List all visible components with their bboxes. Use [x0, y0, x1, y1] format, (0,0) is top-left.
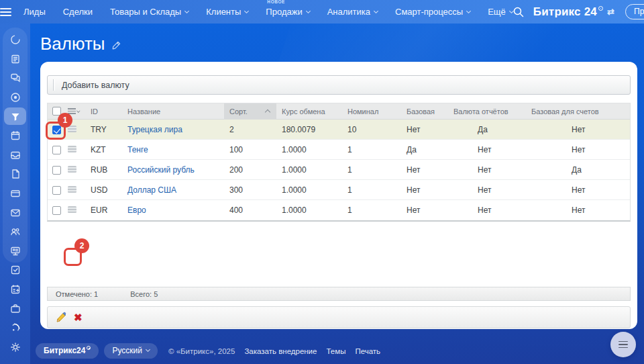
currency-link-KZT[interactable]: Тенге: [127, 145, 148, 154]
sidebar-item-crm[interactable]: [0, 107, 30, 126]
cell-id: TRY: [85, 125, 122, 134]
row-checkbox-EUR[interactable]: [52, 206, 61, 215]
currency-link-RUB[interactable]: Российский рубль: [127, 165, 195, 175]
chevron-down-icon: [184, 8, 189, 13]
row-checkbox-cell: [48, 124, 65, 134]
topbar-button-1[interactable]: Пригласить: [625, 4, 644, 19]
admin-toolbar: Добавить валюту: [47, 75, 631, 95]
nav-item-label: Сделки: [63, 7, 93, 17]
sidebar-item-automation[interactable]: [0, 280, 30, 300]
news-icon: [9, 53, 21, 65]
sidebar-item-payments[interactable]: [0, 184, 30, 203]
footer-link-1[interactable]: Заказать внедрение: [244, 347, 317, 355]
nav-item-6[interactable]: Аналитика: [327, 7, 378, 17]
drag-handle-icon[interactable]: [68, 186, 76, 193]
column-header-nom[interactable]: Номинал: [342, 107, 401, 116]
sidebar-item-inbox[interactable]: [0, 146, 30, 165]
sidebar-item-settings[interactable]: [0, 338, 30, 357]
column-settings-icon[interactable]: [68, 108, 80, 114]
column-header-label: Базовая для счетов: [531, 107, 599, 116]
column-header-label: Базовая: [407, 107, 435, 116]
sidebar-item-video-calls[interactable]: [0, 88, 30, 107]
currency-table-body: TRYТурецкая лира2180.007910НетДаНетKZTТе…: [48, 120, 630, 220]
select-all-checkbox[interactable]: [52, 107, 61, 116]
bitrix24-logo[interactable]: Битрикс 24 ⇄: [533, 5, 614, 19]
sidebar-item-news[interactable]: [0, 50, 30, 69]
top-nav: ЛидыСделкиТовары и СкладыКлиентыНОВОЕПро…: [23, 7, 513, 17]
cell-base: Нет: [401, 185, 448, 195]
delete-x-icon[interactable]: ✖: [74, 312, 83, 322]
currency-link-EUR[interactable]: Евро: [127, 206, 146, 215]
column-header-id[interactable]: ID: [85, 107, 122, 116]
left-sidebar: [0, 24, 30, 364]
tasks-icon: [9, 264, 21, 276]
settings-gear-icon: [9, 341, 21, 353]
page-footer: Битрикс24 Русский © «Битрикс», 2025 Зака…: [30, 338, 644, 364]
cell-name: Тенге: [122, 145, 224, 154]
title-edit-pencil-icon[interactable]: [111, 40, 121, 50]
automation-icon: [9, 283, 21, 295]
sidebar-item-calendar[interactable]: [0, 126, 30, 146]
column-header-base[interactable]: Базовая: [401, 107, 448, 116]
row-checkbox-RUB[interactable]: [52, 166, 61, 175]
column-header-rep[interactable]: Валюта отчётов: [448, 107, 526, 116]
count-bar: Отмечено: 1 Всего: 5: [47, 287, 631, 301]
sidebar-item-live-feed[interactable]: [0, 30, 30, 50]
footer-brand-pill[interactable]: Битрикс24: [36, 343, 99, 359]
cell-base: Нет: [401, 125, 448, 134]
drag-handle-icon[interactable]: [68, 126, 76, 132]
hamburger-menu-icon[interactable]: [0, 0, 11, 24]
sidebar-item-sites[interactable]: [0, 318, 30, 338]
sidebar-item-meetings[interactable]: [0, 242, 30, 261]
language-selector[interactable]: Русский: [104, 343, 158, 359]
table-row-TRY: TRYТурецкая лира2180.007910НетДаНет: [48, 120, 630, 140]
footer-link-3[interactable]: Печать: [355, 347, 380, 355]
search-icon[interactable]: [513, 7, 524, 17]
currency-link-USD[interactable]: Доллар США: [127, 185, 176, 195]
chevron-down-icon: [244, 8, 249, 13]
nav-item-3[interactable]: Товары и Склады: [110, 7, 189, 17]
edit-pencil-icon[interactable]: [56, 312, 67, 323]
row-checkbox-USD[interactable]: [52, 186, 61, 195]
nav-item-7[interactable]: Смарт-процессы: [395, 7, 470, 17]
column-header-rate[interactable]: Курс обмена: [276, 107, 342, 116]
footer-link-2[interactable]: Темы: [326, 347, 345, 355]
column-header-sort[interactable]: Сорт.: [224, 103, 276, 120]
calendar-icon: [9, 130, 21, 142]
row-checkbox-cell: [48, 144, 65, 154]
video-calls-icon: [9, 91, 21, 103]
column-header-inv[interactable]: Базовая для счетов: [526, 107, 630, 116]
sidebar-item-messenger[interactable]: [0, 69, 30, 88]
logo-text: Битрикс 24: [533, 5, 597, 19]
column-header-name[interactable]: Название: [122, 107, 224, 116]
nav-item-4[interactable]: Клиенты: [206, 7, 248, 17]
nav-item-2[interactable]: Сделки: [63, 7, 93, 17]
nav-item-label: Ещё: [488, 7, 506, 17]
logo-switch-icon[interactable]: ⇄: [607, 7, 614, 17]
employees-icon: [9, 226, 21, 238]
documents-icon: [9, 168, 21, 180]
sidebar-item-market[interactable]: [0, 299, 30, 318]
cell-inv: Нет: [526, 125, 630, 134]
sidebar-item-employees[interactable]: [0, 222, 30, 242]
row-checkbox-KZT[interactable]: [52, 146, 61, 154]
cell-rate: 1.0000: [276, 206, 342, 215]
drag-handle-icon[interactable]: [68, 166, 76, 173]
cell-rate: 1.0000: [276, 185, 342, 195]
cell-inv: Да: [526, 165, 630, 175]
add-currency-button[interactable]: Добавить валюту: [55, 81, 136, 90]
nav-item-8[interactable]: Ещё: [488, 7, 513, 17]
row-checkbox-TRY[interactable]: [52, 126, 61, 134]
column-header-label: Название: [127, 107, 160, 116]
quick-menu-button[interactable]: [610, 332, 636, 357]
nav-item-1[interactable]: Лиды: [23, 7, 46, 17]
drag-handle-icon[interactable]: [68, 206, 76, 213]
currency-link-TRY[interactable]: Турецкая лира: [127, 125, 182, 134]
nav-item-5[interactable]: НОВОЕПродажи: [266, 7, 309, 17]
nav-item-label: Товары и Склады: [110, 7, 181, 17]
sidebar-item-documents[interactable]: [0, 165, 30, 184]
drag-handle-icon[interactable]: [68, 146, 76, 152]
nav-item-label: Лиды: [23, 7, 46, 17]
sidebar-item-tasks[interactable]: [0, 261, 30, 280]
sidebar-item-mail[interactable]: [0, 203, 30, 222]
